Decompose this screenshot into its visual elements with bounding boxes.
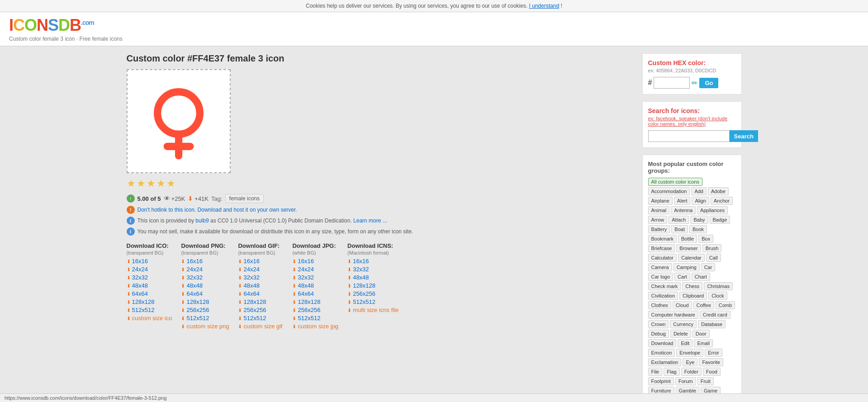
- gif-512[interactable]: 512x512: [238, 315, 283, 322]
- tag-badge[interactable]: female icons: [225, 194, 264, 203]
- tag-item[interactable]: All custom color icons: [648, 178, 702, 186]
- ico-128[interactable]: 128x128: [127, 298, 172, 305]
- tag-item[interactable]: Box: [698, 235, 713, 243]
- tag-item[interactable]: Call: [706, 254, 721, 262]
- gif-64[interactable]: 64x64: [238, 290, 283, 297]
- tag-item[interactable]: Food: [703, 368, 721, 376]
- tag-item[interactable]: Email: [694, 339, 713, 347]
- download-host-link[interactable]: Download and host it on your own server.: [198, 207, 297, 213]
- tag-item[interactable]: Anchor: [711, 197, 733, 205]
- tag-item[interactable]: Delete: [670, 330, 691, 338]
- tag-item[interactable]: Clothes: [648, 301, 671, 309]
- tag-item[interactable]: Coffee: [693, 301, 714, 309]
- tag-item[interactable]: Antenna: [671, 206, 696, 214]
- tag-item[interactable]: Calendar: [678, 254, 705, 262]
- tag-item[interactable]: Flag: [664, 368, 679, 376]
- png-32[interactable]: 32x32: [181, 274, 229, 281]
- tag-item[interactable]: Attach: [669, 216, 689, 224]
- tag-item[interactable]: Check mark: [648, 282, 681, 290]
- png-128[interactable]: 128x128: [181, 298, 229, 305]
- tag-item[interactable]: Brush: [702, 244, 722, 252]
- tag-item[interactable]: Align: [692, 197, 709, 205]
- tag-item[interactable]: Arrow: [648, 216, 668, 224]
- png-512[interactable]: 512x512: [181, 315, 229, 322]
- tag-item[interactable]: File: [648, 368, 663, 376]
- dont-hotlink-link[interactable]: Don't hotlink to this icon.: [138, 207, 196, 213]
- search-button[interactable]: Search: [730, 130, 758, 142]
- tag-item[interactable]: Car: [701, 263, 716, 271]
- gif-256[interactable]: 256x256: [238, 307, 283, 313]
- tag-item[interactable]: Door: [693, 330, 710, 338]
- gif-custom[interactable]: custom size gif: [238, 323, 283, 330]
- tag-item[interactable]: Badge: [710, 216, 730, 224]
- tag-item[interactable]: Exclamation: [648, 358, 682, 366]
- png-24[interactable]: 24x24: [181, 266, 229, 273]
- pencil-button[interactable]: ✏: [692, 79, 697, 87]
- jpg-64[interactable]: 64x64: [292, 290, 338, 297]
- tag-item[interactable]: Crown: [648, 320, 669, 328]
- jpg-custom[interactable]: custom size jpg: [292, 323, 338, 330]
- tag-item[interactable]: Car logo: [648, 273, 674, 281]
- ico-32[interactable]: 32x32: [127, 274, 172, 281]
- tag-item[interactable]: Baby: [690, 216, 708, 224]
- tag-item[interactable]: Christmas: [704, 282, 733, 290]
- jpg-512[interactable]: 512x512: [292, 315, 338, 322]
- tag-item[interactable]: Debug: [648, 330, 669, 338]
- tag-item[interactable]: Camping: [674, 263, 700, 271]
- icns-256[interactable]: 256x256: [347, 290, 398, 297]
- ico-48[interactable]: 48x48: [127, 282, 172, 289]
- tag-item[interactable]: Database: [698, 320, 726, 328]
- jpg-32[interactable]: 32x32: [292, 274, 338, 281]
- gif-32[interactable]: 32x32: [238, 274, 283, 281]
- search-input[interactable]: [648, 130, 730, 142]
- tag-item[interactable]: Computer hardware: [648, 311, 698, 319]
- tag-item[interactable]: Emoticon: [648, 349, 675, 357]
- ico-64[interactable]: 64x64: [127, 290, 172, 297]
- jpg-24[interactable]: 24x24: [292, 266, 338, 273]
- tag-item[interactable]: Currency: [670, 320, 697, 328]
- tag-item[interactable]: Eye: [683, 358, 697, 366]
- tag-item[interactable]: Download: [648, 339, 677, 347]
- tag-item[interactable]: Error: [705, 349, 722, 357]
- tag-item[interactable]: Boat: [671, 225, 688, 233]
- cookie-understand-link[interactable]: I understand: [529, 3, 560, 9]
- ico-24[interactable]: 24x24: [127, 266, 172, 273]
- icns-custom[interactable]: multi size icns file: [347, 307, 398, 313]
- png-64[interactable]: 64x64: [181, 290, 229, 297]
- tag-item[interactable]: Edit: [678, 339, 693, 347]
- jpg-16[interactable]: 16x16: [292, 258, 338, 265]
- tag-item[interactable]: Adobe: [708, 187, 729, 195]
- tag-item[interactable]: Favorite: [699, 358, 723, 366]
- icns-16[interactable]: 16x16: [347, 258, 398, 265]
- tag-item[interactable]: Animal: [648, 206, 670, 214]
- tag-item[interactable]: Camera: [648, 263, 672, 271]
- tag-item[interactable]: Cart: [674, 273, 690, 281]
- ico-512[interactable]: 512x512: [127, 307, 172, 313]
- tag-item[interactable]: Bottle: [678, 235, 697, 243]
- png-256[interactable]: 256x256: [181, 307, 229, 313]
- hex-input[interactable]: [654, 77, 690, 89]
- tag-item[interactable]: Alert: [674, 197, 691, 205]
- tag-item[interactable]: Chess: [682, 282, 702, 290]
- tag-item[interactable]: Briefcase: [648, 244, 675, 252]
- ico-16[interactable]: 16x16: [127, 258, 172, 265]
- tag-item[interactable]: Comb: [716, 301, 735, 309]
- tag-item[interactable]: Cloud: [673, 301, 692, 309]
- jpg-128[interactable]: 128x128: [292, 298, 338, 305]
- tag-item[interactable]: Chart: [692, 273, 710, 281]
- tag-item[interactable]: Browser: [676, 244, 701, 252]
- gif-48[interactable]: 48x48: [238, 282, 283, 289]
- icns-48[interactable]: 48x48: [347, 274, 398, 281]
- gif-128[interactable]: 128x128: [238, 298, 283, 305]
- tag-item[interactable]: Airplane: [648, 197, 673, 205]
- tag-item[interactable]: Fruit: [697, 377, 714, 385]
- png-16[interactable]: 16x16: [181, 258, 229, 265]
- jpg-256[interactable]: 256x256: [292, 307, 338, 313]
- tag-item[interactable]: Battery: [648, 225, 670, 233]
- learn-more-link[interactable]: Learn more ...: [353, 218, 387, 224]
- gif-24[interactable]: 24x24: [238, 266, 283, 273]
- tag-item[interactable]: Clock: [708, 292, 727, 300]
- gif-16[interactable]: 16x16: [238, 258, 283, 265]
- icns-512[interactable]: 512x512: [347, 298, 398, 305]
- tag-item[interactable]: Add: [691, 187, 707, 195]
